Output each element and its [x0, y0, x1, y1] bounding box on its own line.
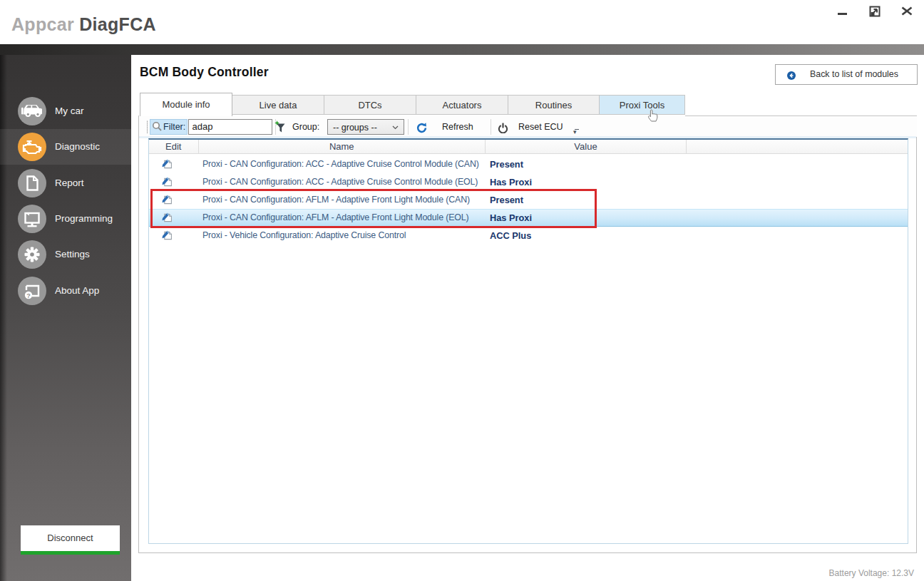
- svg-text:?: ?: [26, 292, 31, 299]
